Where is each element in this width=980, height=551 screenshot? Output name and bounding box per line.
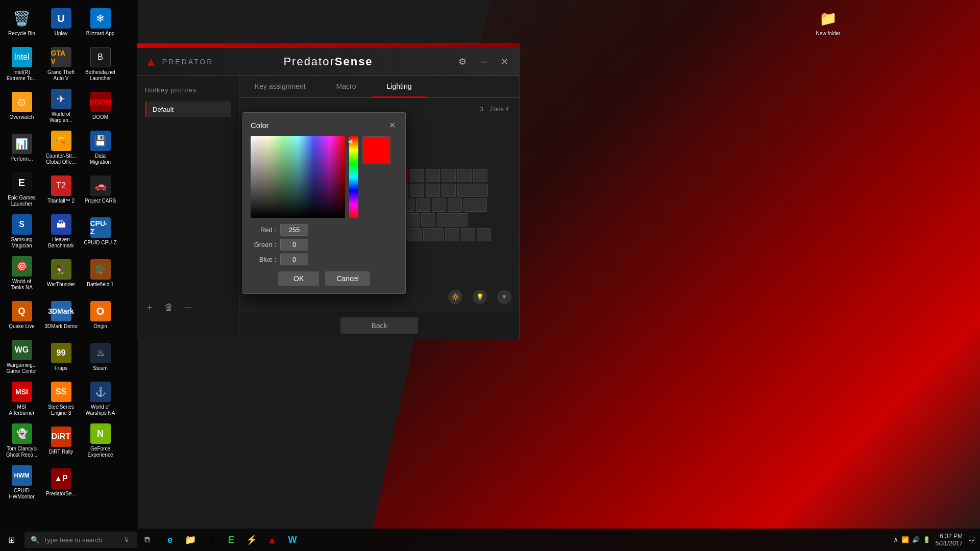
color-dialog: Color ✕ — [242, 112, 406, 294]
hue-slider-track — [349, 136, 358, 218]
taskbar-item-store[interactable]: 🛍 — [201, 529, 221, 551]
predator-logo: ▲ PREDATOR — [145, 55, 213, 69]
icon-world-warships[interactable]: ⚓ World of Warships NA — [81, 379, 119, 419]
predator-titlebar: ▲ PREDATOR PredatorSense ⚙ ─ ✕ — [137, 48, 519, 76]
icon-geforce[interactable]: N GeForce Experience — [81, 421, 119, 461]
battery-icon[interactable]: 🔋 — [923, 536, 930, 543]
add-profile-button[interactable]: ＋ — [145, 301, 154, 313]
icon-project-cars[interactable]: 🚗 Project CARS — [81, 170, 119, 210]
taskbar-item-app1[interactable]: E — [221, 529, 241, 551]
sidebar-action-buttons: ＋ 🗑 ··· — [145, 301, 191, 313]
taskbar-right-area: ∧ 📶 🔊 🔋 6:32 PM 5/31/2017 🗨 — [893, 533, 980, 547]
icon-titanfall[interactable]: T2 Titanfall™ 2 — [42, 170, 80, 210]
icon-new-folder[interactable]: 📁 New folder — [809, 3, 847, 42]
app1-icon: E — [228, 535, 234, 545]
icon-origin[interactable]: O Origin — [81, 295, 119, 335]
svg-rect-2 — [251, 136, 345, 218]
icon-ghost-recon[interactable]: 👻 Tom Clancy's Ghost Reco... — [3, 421, 41, 461]
predator-logo-icon: ▲ — [145, 55, 157, 69]
green-row: Green : — [251, 239, 398, 251]
icon-warthunder[interactable]: 🦅 WarThunder — [42, 254, 80, 293]
sidebar-item-default[interactable]: Default — [145, 102, 231, 117]
color-dialog-close-button[interactable]: ✕ — [387, 120, 398, 130]
predator-window-controls: ⚙ ─ ✕ — [455, 55, 511, 68]
taskbar-item-explorer[interactable]: 📁 — [180, 529, 201, 551]
red-label: Red : — [251, 226, 276, 234]
zone-circle-1: 🔆 — [448, 290, 462, 304]
icon-overwatch[interactable]: ⊙ Overwatch — [3, 86, 41, 126]
tray-chevron[interactable]: ∧ — [893, 536, 898, 544]
taskbar-item-app2[interactable]: W — [282, 529, 303, 551]
icon-wargaming[interactable]: WG Wargaming... Game Center — [3, 337, 41, 377]
color-picker-body: ◀ — [251, 136, 398, 218]
hue-slider[interactable]: ◀ — [349, 136, 358, 218]
green-input[interactable] — [280, 239, 308, 251]
icon-world-warplanes[interactable]: ✈ World of Warplan... — [42, 86, 80, 126]
icon-msi-afterburner[interactable]: MSI MSI Afterburner — [3, 379, 41, 419]
store-icon: 🛍 — [206, 535, 215, 545]
flash-icon: ⚡ — [246, 534, 257, 545]
back-button[interactable]: Back — [340, 317, 418, 334]
icon-csgo[interactable]: 🔫 Counter-Str... Global Offe... — [42, 128, 80, 168]
icon-epic[interactable]: E Epic Games Launcher — [3, 170, 41, 210]
zone-circle-2: 💡 — [473, 290, 487, 304]
delete-profile-button[interactable]: 🗑 — [164, 301, 174, 313]
taskbar-item-edge[interactable]: e — [160, 529, 180, 551]
taskbar-item-flash[interactable]: ⚡ — [241, 529, 262, 551]
icon-data-migration[interactable]: 💾 Data Migration — [81, 128, 119, 168]
icon-doom[interactable]: DOOM DOOM — [81, 86, 119, 126]
search-placeholder-text: Type here to search — [43, 536, 102, 544]
red-row: Red : — [251, 224, 398, 236]
windows-logo-icon: ⊞ — [8, 535, 15, 545]
volume-icon[interactable]: 🔊 — [912, 536, 920, 543]
icon-samsung-magician[interactable]: S Samsung Magician — [3, 212, 41, 252]
clock-time: 6:32 PM — [940, 533, 963, 540]
color-gradient-picker[interactable] — [251, 136, 345, 218]
tab-macro[interactable]: Macro — [321, 76, 372, 97]
icon-quake-live[interactable]: Q Quake Live — [3, 295, 41, 335]
icon-perform[interactable]: 📊 Perform... — [3, 128, 41, 168]
icon-3dmark[interactable]: 3DMark 3DMark Demo — [42, 295, 80, 335]
icon-cpuid[interactable]: CPU-Z CPUID CPU-Z — [81, 212, 119, 252]
settings-button[interactable]: ⚙ — [455, 55, 470, 68]
desktop-icons-grid: 🗑️ Recycle Bin U Uplay ❄ Blizzard App In… — [0, 0, 138, 480]
task-view-button[interactable]: ⧉ — [137, 529, 157, 551]
icon-bethesda[interactable]: B Bethesda.net Launcher — [81, 44, 119, 84]
minimize-button[interactable]: ─ — [477, 56, 490, 68]
edge-icon: e — [167, 535, 173, 545]
icon-recycle-bin[interactable]: 🗑️ Recycle Bin — [3, 3, 41, 42]
icon-intel[interactable]: Intel Intel(R) Extreme Tu... — [3, 44, 41, 84]
ok-button[interactable]: OK — [278, 271, 319, 286]
start-button[interactable]: ⊞ — [0, 529, 22, 551]
predator-title-center: PredatorSense — [283, 55, 373, 68]
zone-icons: 🔆 💡 ▼ — [448, 290, 511, 304]
icon-uplay[interactable]: U Uplay — [42, 3, 80, 42]
cortana-icon: 🎙 — [124, 536, 131, 544]
icon-hwmonitor[interactable]: HWM CPUID HWMonitor — [3, 463, 41, 503]
icon-dirt-rally[interactable]: DiRT DiRT Rally — [42, 421, 80, 461]
icon-gta[interactable]: GTA V Grand Theft Auto V — [42, 44, 80, 84]
task-view-icon: ⧉ — [144, 535, 150, 544]
icon-blizzard[interactable]: ❄ Blizzard App — [81, 3, 119, 42]
taskbar-search-box[interactable]: 🔍 Type here to search 🎙 — [24, 532, 137, 548]
blue-input[interactable] — [280, 254, 308, 265]
close-button[interactable]: ✕ — [498, 55, 511, 68]
icon-world-of-tanks[interactable]: 🎯 World of Tanks NA — [3, 254, 41, 293]
icon-steam[interactable]: ♨ Steam — [81, 337, 119, 377]
icon-fraps[interactable]: 99 Fraps — [42, 337, 80, 377]
search-icon: 🔍 — [31, 536, 39, 544]
tab-lighting[interactable]: Lighting — [372, 76, 427, 97]
cancel-button[interactable]: Cancel — [325, 271, 370, 286]
more-options-button[interactable]: ··· — [184, 301, 191, 313]
tab-key-assignment[interactable]: Key assignment — [239, 76, 321, 97]
icon-steelseries[interactable]: SS SteelSeries Engine 3 — [42, 379, 80, 419]
notification-center-button[interactable]: 🗨 — [968, 536, 975, 544]
clock-date: 5/31/2017 — [936, 540, 963, 547]
icon-predatorsense[interactable]: ▲P PredatorSe... — [42, 463, 80, 503]
taskbar-clock[interactable]: 6:32 PM 5/31/2017 — [936, 533, 963, 547]
network-icon[interactable]: 📶 — [901, 536, 909, 543]
taskbar-item-predator[interactable]: ▲ — [262, 529, 282, 551]
icon-heaven[interactable]: 🏔 Heaven Benchmark — [42, 212, 80, 252]
red-input[interactable] — [280, 224, 308, 236]
icon-battlefield[interactable]: 🪖 Battlefield 1 — [81, 254, 119, 293]
